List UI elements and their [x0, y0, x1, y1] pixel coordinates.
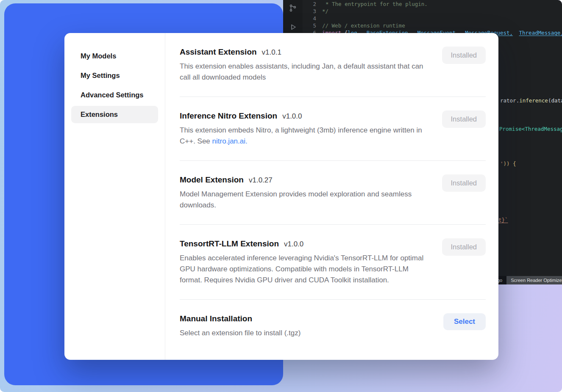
code-line: */ — [322, 8, 562, 15]
run-debug-icon[interactable] — [289, 23, 297, 31]
code-token: t}` — [498, 217, 508, 223]
installed-button[interactable]: Installed — [442, 110, 486, 128]
extension-info: Manual Installation Select an extension … — [180, 313, 300, 339]
sidebar-item-my-settings[interactable]: My Settings — [71, 67, 158, 84]
installed-button[interactable]: Installed — [442, 238, 486, 256]
sidebar-item-my-models[interactable]: My Models — [71, 47, 158, 65]
manual-installation-row: Manual Installation Select an extension … — [180, 300, 486, 352]
extensions-panel: Assistant Extension v1.0.1 This extensio… — [165, 33, 498, 360]
extension-description: Model Management Extension provides mode… — [180, 189, 426, 211]
code-token: ThreadMessage, — [519, 30, 562, 36]
extension-row-tensorrt-llm: TensortRT-LLM Extension v1.0.0 Enables a… — [180, 225, 486, 300]
code-token: */ — [322, 8, 328, 14]
code-token: )) { — [504, 160, 516, 167]
line-number: 2 — [306, 0, 316, 8]
extension-info: Model Extension v1.0.27 Model Management… — [180, 174, 426, 211]
select-file-button[interactable]: Select — [443, 313, 486, 330]
line-number: 3 — [306, 8, 316, 15]
code-token: ' — [500, 160, 504, 167]
extension-info: TensortRT-LLM Extension v1.0.0 Enables a… — [180, 238, 426, 286]
extension-version: v1.0.1 — [262, 48, 281, 57]
extension-version: v1.0.0 — [284, 240, 303, 248]
extension-version: v1.0.0 — [282, 112, 302, 121]
extension-title: Model Extension — [180, 174, 244, 185]
editor-gutter: 2 3 4 5 6 — [306, 0, 316, 36]
code-fragment: ')) { — [500, 160, 516, 167]
code-fragment: t}` — [498, 216, 508, 224]
installed-button[interactable]: Installed — [442, 47, 486, 64]
extension-row-model: Model Extension v1.0.27 Model Management… — [180, 161, 486, 225]
code-token: rator. — [500, 97, 519, 104]
extension-row-inference-nitro: Inference Nitro Extension v1.0.0 This ex… — [180, 97, 486, 161]
extension-title: Assistant Extension — [180, 47, 257, 58]
source-control-icon[interactable] — [289, 4, 297, 12]
screen-reader-badge[interactable]: Screen Reader Optimize — [506, 276, 562, 284]
code-token: // Web / extension runtime — [322, 22, 405, 29]
extension-title: TensortRT-LLM Extension — [180, 238, 279, 249]
code-fragment: rator.inference(data)); — [500, 97, 562, 104]
nitro-jan-ai-link[interactable]: nitro.jan.ai. — [212, 137, 248, 145]
extension-info: Assistant Extension v1.0.1 This extensio… — [180, 47, 426, 83]
sidebar-item-advanced-settings[interactable]: Advanced Settings — [71, 86, 158, 104]
settings-sidebar: My Models My Settings Advanced Settings … — [64, 33, 165, 360]
code-line: * The entrypoint for the plugin. — [322, 0, 562, 8]
extension-title: Inference Nitro Extension — [180, 110, 277, 121]
extension-description: This extension embeds Nitro, a lightweig… — [180, 125, 426, 147]
settings-modal: My Models My Settings Advanced Settings … — [64, 33, 498, 360]
extension-description: This extension enables assistants, inclu… — [180, 61, 426, 83]
code-line — [322, 15, 562, 22]
code-token: inference — [519, 97, 548, 104]
code-token: (data)); — [548, 97, 562, 104]
extension-version: v1.0.27 — [249, 176, 273, 185]
manual-installation-title: Manual Installation — [180, 313, 252, 324]
extension-row-assistant: Assistant Extension v1.0.1 This extensio… — [180, 33, 486, 97]
code-token: Promise<ThreadMessage> — [499, 126, 562, 132]
code-fragment: Promise<ThreadMessage> — [499, 125, 562, 133]
code-line: // Web / extension runtime — [322, 22, 562, 29]
editor-code: * The entrypoint for the plugin. */ // W… — [322, 0, 562, 36]
extension-description: Enables accelerated inference leveraging… — [180, 253, 426, 286]
installed-button[interactable]: Installed — [442, 174, 486, 192]
sidebar-item-extensions[interactable]: Extensions — [71, 106, 158, 123]
code-token: * The entrypoint for the plugin. — [326, 1, 428, 7]
extension-info: Inference Nitro Extension v1.0.0 This ex… — [180, 110, 426, 147]
line-number: 4 — [306, 15, 316, 22]
screenshot-root: 2 3 4 5 6 * The entrypoint for the plugi… — [0, 0, 562, 392]
manual-installation-description: Select an extension file to install (.tg… — [180, 328, 300, 339]
line-number: 5 — [306, 22, 316, 29]
